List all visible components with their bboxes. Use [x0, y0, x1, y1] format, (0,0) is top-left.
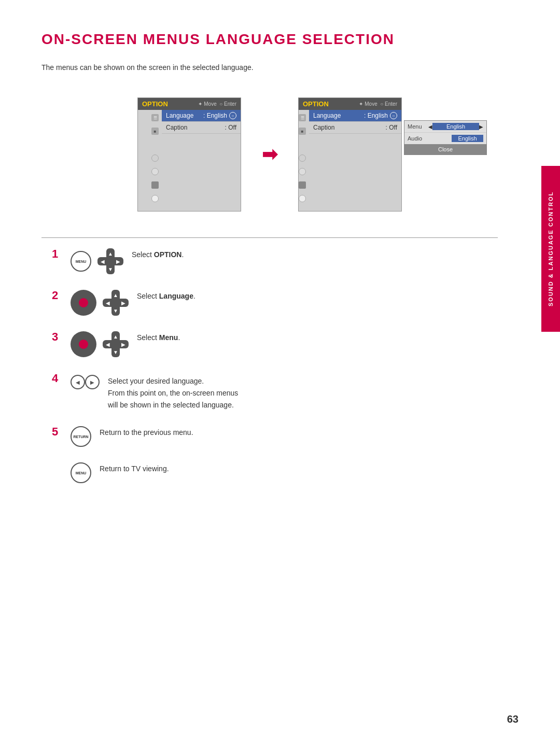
step-1: 1 MENU ▲ ▼ ◀ ▶ Select OPTION.: [52, 248, 498, 274]
popup-row-menu: Menu ◀ English ▶: [404, 121, 486, 133]
nav-cross-3[interactable]: ▲ ▼ ◀ ▶: [103, 331, 129, 357]
step-5-text: Return to the previous menu.: [100, 426, 193, 438]
nav-cross-1[interactable]: ▲ ▼ ◀ ▶: [97, 248, 123, 274]
diagram1-row-caption: Caption : Off: [162, 122, 241, 134]
enter-button-2[interactable]: [71, 290, 96, 316]
diagram1-content: ☰ ■: [138, 110, 241, 205]
nav-center-2: [111, 298, 120, 307]
diagram1-header: OPTION ✦ Move ○ Enter: [138, 98, 241, 110]
nav-cross-2[interactable]: ▲ ▼ ◀ ▶: [103, 290, 129, 316]
diagram1-row-language: Language : English ○: [162, 110, 241, 122]
diagram2-controls: ✦ Move ○ Enter: [359, 101, 397, 107]
page-number: 63: [507, 713, 519, 725]
step-6-text: Return to TV viewing.: [100, 462, 169, 474]
return-button[interactable]: RETURN: [71, 426, 91, 447]
subtitle: The menus can be shown on the screen in …: [41, 63, 498, 72]
step-4: 4 ◀ ▶ Select your desired language. From…: [52, 373, 498, 411]
step-4-text-3: will be shown in the selected language.: [108, 399, 238, 411]
enter-dot-2: [79, 298, 88, 307]
right-arrow-button[interactable]: ▶: [85, 375, 100, 389]
step-3-text: Select Menu.: [137, 331, 180, 343]
side-tab-label: SOUND & LANGUAGE CONTROL: [541, 166, 560, 332]
language-popup: Menu ◀ English ▶ Audio English Close: [404, 120, 487, 155]
step-2: 2 ▲ ▼ ◀ ▶ Select Language.: [52, 290, 498, 316]
step-5: 5 RETURN Return to the previous menu.: [52, 426, 498, 447]
steps-area: 1 MENU ▲ ▼ ◀ ▶ Select OPTION. 2: [41, 248, 498, 504]
diagram1: OPTION ✦ Move ○ Enter ☰: [137, 97, 241, 212]
diagram2-header: OPTION ✦ Move ○ Enter: [299, 98, 401, 110]
enter-dot-3: [79, 340, 88, 349]
diagram2-row-language: Language : English ○: [309, 110, 401, 122]
diagram1-controls: ✦ Move ○ Enter: [198, 101, 236, 107]
step-2-text: Select Language.: [137, 290, 195, 302]
diagrams-area: OPTION ✦ Move ○ Enter ☰: [41, 97, 498, 212]
nav-center-1: [106, 257, 115, 266]
step-4-text-1: Select your desired language.: [108, 375, 238, 387]
page-title: ON-SCREEN MENUS LANGUAGE SELECTION: [41, 31, 498, 48]
lr-arrows-4[interactable]: ◀ ▶: [71, 375, 100, 389]
diagram2: OPTION ✦ Move ○ Enter ☰ ■: [298, 97, 402, 212]
section-divider: [41, 237, 498, 238]
nav-center-3: [111, 340, 120, 349]
menu-button-6[interactable]: MENU: [71, 462, 91, 483]
step-4-text-2: From this point on, the on-screen menus: [108, 387, 238, 399]
menu-button-1[interactable]: MENU: [71, 251, 91, 272]
enter-button-3[interactable]: [71, 331, 96, 357]
popup-row-audio: Audio English: [404, 133, 486, 144]
left-arrow-button[interactable]: ◀: [71, 375, 85, 389]
step-6: 6 MENU Return to TV viewing.: [52, 462, 498, 483]
popup-close-button[interactable]: Close: [404, 144, 486, 154]
diagram2-title: OPTION: [303, 100, 329, 108]
step-1-text: Select OPTION.: [132, 248, 184, 260]
arrow-right: ➡: [262, 144, 277, 165]
diagram2-row-caption: Caption : Off: [309, 122, 401, 134]
diagram1-title: OPTION: [142, 100, 168, 108]
step-3: 3 ▲ ▼ ◀ ▶ Select Menu.: [52, 331, 498, 357]
